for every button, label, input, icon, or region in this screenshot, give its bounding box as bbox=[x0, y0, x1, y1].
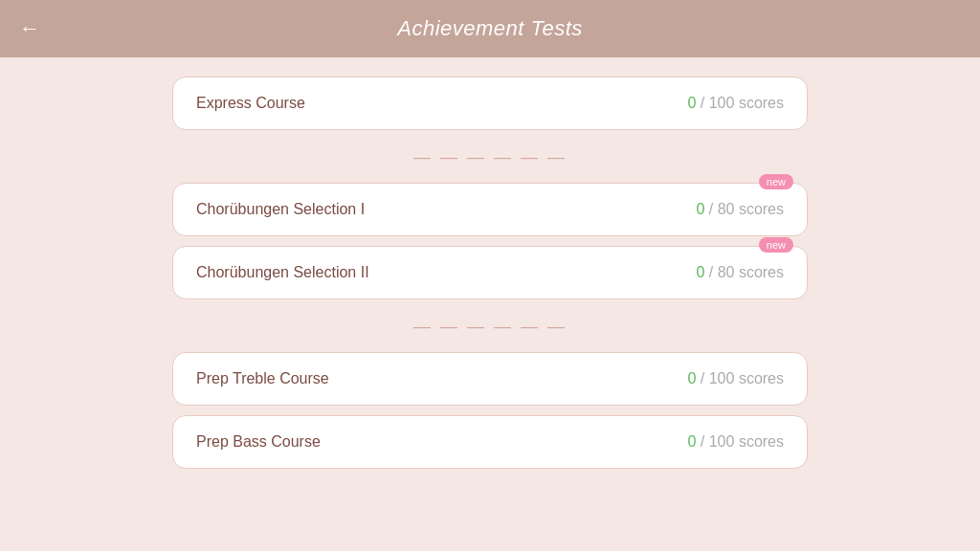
score-unit: scores bbox=[739, 433, 784, 450]
course-name: Prep Bass Course bbox=[196, 433, 321, 451]
dash: — bbox=[440, 317, 459, 337]
score-value: 0 bbox=[687, 433, 696, 450]
dash: — bbox=[547, 317, 567, 337]
back-button[interactable]: ← bbox=[19, 16, 40, 41]
course-item-chorubungen-2[interactable]: new Chorübungen Selection II 0 / 80 scor… bbox=[172, 246, 808, 299]
score-unit: scores bbox=[739, 201, 784, 217]
course-name: Prep Treble Course bbox=[196, 370, 329, 387]
score-max: 100 bbox=[709, 433, 735, 450]
back-icon: ← bbox=[19, 16, 40, 41]
course-score: 0 / 80 scores bbox=[696, 201, 784, 218]
course-name: Chorübungen Selection I bbox=[196, 201, 365, 218]
course-score: 0 / 100 scores bbox=[687, 95, 784, 112]
course-item-prep-bass[interactable]: Prep Bass Course 0 / 100 scores bbox=[172, 415, 808, 469]
score-unit: scores bbox=[739, 370, 784, 386]
score-separator: / bbox=[701, 433, 709, 450]
courses-list: Express Course 0 / 100 scores — — — — — … bbox=[0, 57, 980, 497]
score-max: 80 bbox=[718, 264, 735, 280]
new-badge: new bbox=[759, 174, 793, 189]
course-score: 0 / 80 scores bbox=[696, 264, 784, 281]
dash: — bbox=[494, 147, 513, 167]
score-value: 0 bbox=[687, 370, 696, 386]
score-max: 100 bbox=[709, 370, 735, 386]
dash: — bbox=[467, 147, 486, 167]
divider-2: — — — — — — bbox=[172, 317, 808, 337]
dash: — bbox=[494, 317, 513, 337]
page-title: Achievement Tests bbox=[397, 16, 583, 41]
dash: — bbox=[413, 147, 433, 167]
dash: — bbox=[467, 317, 486, 337]
score-value: 0 bbox=[696, 264, 704, 280]
header: ← Achievement Tests bbox=[0, 0, 980, 57]
score-max: 80 bbox=[718, 201, 735, 217]
score-unit: scores bbox=[739, 264, 784, 280]
dash: — bbox=[547, 147, 567, 167]
dash: — bbox=[521, 147, 540, 167]
course-name: Express Course bbox=[196, 95, 305, 112]
divider-1: — — — — — — bbox=[172, 147, 808, 167]
new-badge: new bbox=[759, 237, 793, 253]
dash: — bbox=[413, 317, 433, 337]
course-item-express[interactable]: Express Course 0 / 100 scores bbox=[172, 77, 808, 130]
score-separator: / bbox=[709, 201, 718, 217]
course-score: 0 / 100 scores bbox=[687, 370, 784, 387]
course-score: 0 / 100 scores bbox=[687, 433, 784, 451]
score-separator: / bbox=[709, 264, 718, 280]
course-name: Chorübungen Selection II bbox=[196, 264, 369, 281]
score-separator: / bbox=[701, 95, 709, 111]
score-unit: scores bbox=[739, 95, 784, 111]
dash: — bbox=[521, 317, 540, 337]
course-item-chorubungen-1[interactable]: new Chorübungen Selection I 0 / 80 score… bbox=[172, 183, 808, 236]
score-value: 0 bbox=[687, 95, 696, 111]
score-max: 100 bbox=[709, 95, 735, 111]
score-value: 0 bbox=[696, 201, 704, 217]
app-container: ← Achievement Tests Express Course 0 / 1… bbox=[0, 0, 980, 497]
score-separator: / bbox=[701, 370, 709, 386]
dash: — bbox=[440, 147, 459, 167]
course-item-prep-treble[interactable]: Prep Treble Course 0 / 100 scores bbox=[172, 352, 808, 406]
